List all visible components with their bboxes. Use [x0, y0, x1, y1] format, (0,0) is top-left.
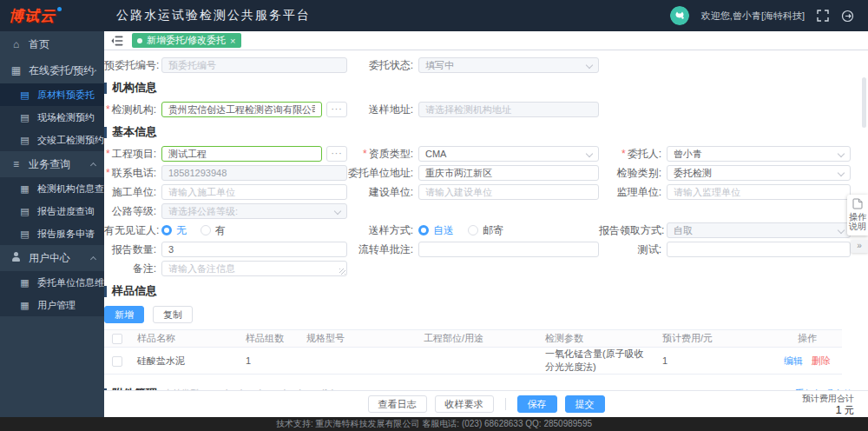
operation-guide-button[interactable]: 操作说明 — [847, 195, 868, 235]
sample-table-header-row: 样品名称 样品组数 规格型号 工程部位/用途 检测参数 预计费用/元 操作 — [104, 330, 842, 348]
sidebar-item-label: 用户管理 — [37, 299, 76, 312]
sidebar-item-home[interactable]: ⌂ 首页 — [0, 31, 104, 57]
road-level-select[interactable] — [161, 203, 347, 219]
witness-radio-group: 无 有 — [161, 223, 347, 238]
sidebar-item-raw-material-pre-entrust[interactable]: ▤ 原材料预委托 — [0, 83, 104, 106]
supervision-unit-field-group: 监理单位: — [599, 184, 851, 200]
org-picker-button[interactable]: ··· — [326, 102, 347, 117]
divider — [505, 398, 506, 410]
test-input[interactable] — [667, 242, 851, 257]
unit-address-field-group: 委托单位地址: — [347, 165, 599, 181]
scrollbar-thumb[interactable] — [862, 77, 866, 128]
sidebar-group-online-booking[interactable]: ▦ 在线委托/预约 — [0, 57, 104, 83]
select-all-checkbox[interactable] — [112, 334, 122, 344]
field-label: 联系电话: — [104, 166, 161, 181]
doc-icon: ▤ — [19, 135, 30, 146]
client-select[interactable] — [667, 146, 851, 162]
radio-label: 无 — [176, 223, 187, 238]
fullscreen-icon[interactable] — [817, 10, 829, 22]
inspection-category-field-group: 检验类别: — [599, 165, 851, 181]
sample-requirement-button[interactable]: 收样要求 — [435, 395, 494, 413]
section-title: 基本信息 — [112, 124, 157, 140]
field-label: 备注: — [104, 262, 161, 276]
doc-icon: ▤ — [19, 229, 30, 240]
sidebar-group-label: 业务查询 — [29, 157, 70, 172]
field-label: 报告数量: — [104, 242, 161, 257]
sample-table-row: 硅酸盐水泥 1 一氧化锰含量(原子吸收分光光度法) 1 编辑删除 — [104, 348, 842, 375]
sample-copy-button[interactable]: 复制 — [153, 306, 193, 323]
witness-field-group: 有无见证人: 无 有 — [104, 223, 347, 238]
radio-icon — [468, 225, 478, 235]
column-header: 样品名称 — [130, 330, 239, 348]
sidebar-item-user-manage[interactable]: ▦ 用户管理 — [0, 294, 104, 316]
cell-part — [417, 348, 538, 375]
project-input[interactable] — [161, 146, 322, 162]
construction-unit-input[interactable] — [161, 184, 347, 200]
project-picker-button[interactable]: ··· — [326, 146, 347, 162]
resize-grip-icon[interactable] — [339, 269, 345, 275]
sidebar-group-business-query[interactable]: ≡ 业务查询 — [0, 151, 104, 177]
logout-icon[interactable] — [841, 10, 854, 23]
cell-test-param: 一氧化锰含量(原子吸收分光光度法) — [538, 348, 655, 375]
sidebar-item-org-info-query[interactable]: ▦ 检测机构信息查询 — [0, 177, 104, 200]
flow-note-input[interactable] — [418, 242, 599, 257]
phone-input[interactable] — [161, 165, 347, 181]
report-count-input[interactable] — [161, 242, 347, 257]
radio-icon — [418, 225, 429, 235]
radio-witness-none[interactable]: 无 — [161, 223, 187, 238]
avatar[interactable] — [670, 6, 689, 25]
report-receive-select[interactable] — [667, 222, 851, 238]
test-org-input[interactable] — [161, 102, 322, 117]
collapse-panel-button[interactable]: » — [851, 240, 868, 253]
fee-unit: 元 — [845, 405, 854, 415]
pre-entrust-no-input[interactable] — [161, 57, 347, 73]
submit-button[interactable]: 提交 — [565, 395, 605, 413]
radio-delivery-mail[interactable]: 邮寄 — [468, 223, 503, 238]
unit-address-input[interactable] — [418, 165, 599, 181]
inspection-category-select[interactable] — [667, 165, 851, 181]
sample-add-button[interactable]: 新增 — [104, 306, 144, 323]
delete-link[interactable]: 删除 — [812, 355, 831, 366]
cell-fee-link[interactable]: 1 — [655, 348, 773, 375]
sidebar-item-site-inspection-booking[interactable]: ▤ 现场检测预约 — [0, 106, 104, 129]
tab-new-entrust[interactable]: 新增委托/修改委托 × — [132, 33, 241, 48]
user-icon — [10, 252, 22, 265]
section-bar — [104, 286, 107, 297]
sidebar-item-unit-info-maintain[interactable]: ▦ 委托单位信息维护 — [0, 271, 104, 294]
radio-delivery-self[interactable]: 自送 — [418, 223, 454, 238]
supervision-unit-input[interactable] — [667, 184, 851, 200]
cell-spec — [299, 348, 417, 375]
remark-textarea[interactable]: 请输入备注信息 — [161, 261, 347, 276]
radio-label: 自送 — [433, 223, 454, 238]
app-logo: 博试云 — [0, 6, 104, 26]
sidebar-collapse-icon[interactable] — [111, 36, 123, 46]
entrust-status-select[interactable] — [418, 57, 599, 73]
sidebar-item-report-service-apply[interactable]: ▤ 报告服务申请 — [0, 222, 104, 245]
section-title: 机构信息 — [112, 80, 157, 96]
save-button[interactable]: 保存 — [517, 395, 557, 413]
build-unit-input[interactable] — [418, 184, 599, 200]
sidebar-item-label: 报告服务申请 — [37, 228, 95, 241]
sidebar-item-completion-inspection-booking[interactable]: ▤ 交竣工检测预约 — [0, 129, 104, 151]
report-count-field-group: 报告数量: — [104, 242, 347, 257]
sidebar-group-user-center[interactable]: 用户中心 — [0, 245, 104, 271]
field-label: 送样地址: — [347, 103, 418, 117]
build-unit-field-group: 建设单位: — [347, 184, 599, 200]
radio-witness-have[interactable]: 有 — [201, 223, 226, 238]
sidebar-item-label: 原材料预委托 — [37, 89, 95, 102]
sidebar-group-label: 在线委托/预约 — [29, 63, 94, 78]
section-bar — [104, 127, 107, 138]
radio-label: 邮寄 — [483, 223, 503, 238]
delivery-radio-group: 自送 邮寄 — [418, 223, 599, 238]
edit-link[interactable]: 编辑 — [784, 355, 803, 366]
top-header: 博试云 公路水运试验检测公共服务平台 欢迎您,曾小青[海特科技] — [0, 0, 868, 31]
qualification-type-select[interactable] — [418, 146, 599, 162]
view-log-button[interactable]: 查看日志 — [368, 395, 427, 413]
row-checkbox[interactable] — [112, 356, 122, 367]
section-org-info: 机构信息 — [104, 80, 868, 96]
radio-icon — [201, 225, 211, 235]
tab-label: 新增委托/修改委托 — [147, 34, 226, 47]
sidebar-item-report-progress-query[interactable]: ▤ 报告进度查询 — [0, 200, 104, 222]
tab-close-icon[interactable]: × — [230, 36, 235, 46]
send-sample-address-select[interactable] — [418, 102, 599, 117]
